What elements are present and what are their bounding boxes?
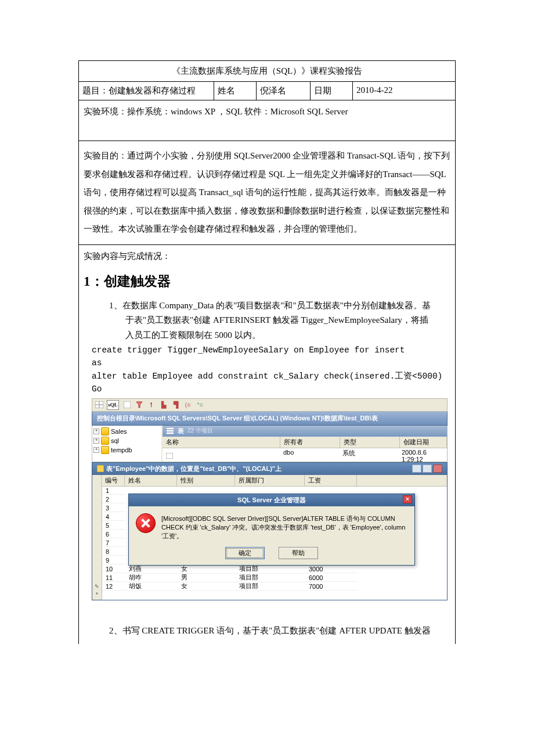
cell-id[interactable]: 6: [102, 531, 125, 538]
tree-node-tempdb[interactable]: +tempdb: [93, 445, 160, 455]
table-row[interactable]: ✎12胡饭女项目部7000: [92, 582, 447, 591]
row-header[interactable]: [92, 564, 102, 574]
env-cell: 实验环境：操作系统：windows XP ，SQL 软件：Microsoft S…: [79, 100, 456, 141]
row-header[interactable]: [92, 521, 102, 530]
cell-gender[interactable]: 男: [178, 573, 236, 582]
error-icon: [136, 513, 156, 533]
cell-salary[interactable]: 6000: [305, 574, 358, 582]
col-type[interactable]: 类型: [340, 437, 400, 448]
data-grid-title: 表"Employee"中的数据，位置是"test_DB"中、"(LOCAL)"上: [106, 465, 282, 473]
cell-name[interactable]: 刘燕: [125, 564, 178, 574]
maximize-button[interactable]: [423, 465, 432, 473]
database-icon: [101, 437, 109, 445]
row-header[interactable]: ✎: [92, 582, 102, 591]
svg-rect-5: [166, 427, 174, 434]
purpose-cell: 实验目的：通过两个小实验，分别使用 SQLServer2000 企业管理器和 T…: [79, 141, 456, 245]
cell-name[interactable]: 胡咋: [125, 573, 178, 582]
cell-id[interactable]: 9: [102, 557, 125, 564]
cell-id[interactable]: 12: [102, 583, 125, 591]
list-row[interactable]: dbo 系统 2000.8.6 1:29:12: [163, 448, 447, 462]
section-1-heading: 1：创建触发器: [84, 272, 450, 290]
item-1-l3: 入员工的工资额限制在 5000 以内。: [109, 328, 450, 343]
help-button[interactable]: 帮助: [279, 547, 318, 559]
explorer-body: +Sales +sql +tempdb 表 22 个项目 名称: [92, 426, 448, 462]
cell-gender[interactable]: 女: [178, 582, 236, 591]
cell-id[interactable]: 3: [102, 505, 125, 512]
dialog-buttons: 确定 帮助: [129, 543, 414, 565]
toolbar-sort-asc-icon[interactable]: ▙: [159, 401, 168, 409]
toolbar-sort-desc-icon[interactable]: ▜: [171, 401, 180, 409]
tree-node-sql[interactable]: +sql: [93, 436, 160, 445]
dialog-title-bar[interactable]: SQL Server 企业管理器 ×: [129, 494, 414, 506]
tree-node-sales[interactable]: +Sales: [93, 427, 160, 436]
cell-id[interactable]: 1: [102, 487, 125, 495]
cell-salary[interactable]: 7000: [305, 583, 358, 591]
minimize-button[interactable]: [412, 465, 421, 473]
dialog-close-button[interactable]: ×: [403, 495, 412, 503]
cell-name[interactable]: 胡饭: [125, 582, 178, 591]
content-label: 实验内容与完成情况：: [84, 251, 450, 262]
row-header[interactable]: [92, 503, 102, 513]
toolbar: sQL ! ▙ ▜ (≡ *≡: [92, 398, 448, 412]
cell-dept[interactable]: 项目部: [236, 582, 305, 591]
cell-salary[interactable]: 3000: [305, 566, 358, 573]
col-name[interactable]: 名称: [163, 437, 280, 448]
data-grid-title-bar[interactable]: 表"Employee"中的数据，位置是"test_DB"中、"(LOCAL)"上: [92, 463, 447, 475]
col-department[interactable]: 所属部门: [235, 475, 305, 486]
ok-button[interactable]: 确定: [225, 547, 265, 559]
new-row[interactable]: *: [92, 591, 447, 600]
toolbar-grid-icon[interactable]: [95, 401, 103, 409]
cell-id[interactable]: 7: [102, 539, 125, 547]
cell-id[interactable]: 10: [102, 566, 125, 573]
col-name[interactable]: 姓名: [125, 475, 177, 486]
svg-marker-4: [136, 402, 142, 408]
toolbar-filter-icon[interactable]: [135, 401, 143, 409]
sql-screenshot: sQL ! ▙ ▜ (≡ *≡ 控制台根目录\Microsoft SQL Ser…: [92, 398, 448, 600]
cell-id[interactable]: 11: [102, 574, 125, 582]
row-header[interactable]: *: [92, 591, 102, 600]
row-header[interactable]: [92, 547, 102, 556]
row-header[interactable]: [92, 512, 102, 521]
cell-id[interactable]: 8: [102, 548, 125, 556]
toolbar-outdent-icon[interactable]: *≡: [196, 401, 204, 409]
close-button[interactable]: [433, 465, 442, 473]
dialog-message: [Microsoft][ODBC SQL Server Driver][SQL …: [161, 513, 407, 541]
svg-rect-9: [97, 465, 104, 472]
cell-id[interactable]: 5: [102, 522, 125, 530]
cell-gender[interactable]: 女: [178, 564, 236, 574]
database-icon: [101, 427, 109, 435]
toolbar-run-icon[interactable]: !: [147, 401, 156, 409]
table-row[interactable]: 11胡咋男项目部6000: [92, 574, 447, 582]
table-icon: [166, 453, 173, 459]
col-salary[interactable]: 工资: [305, 475, 357, 486]
col-date[interactable]: 创建日期: [400, 437, 447, 448]
list-header-title: 表: [178, 427, 184, 435]
list-row-date: 2000.8.6 1:29:12: [398, 448, 447, 462]
row-header[interactable]: [92, 530, 102, 539]
cell-dept[interactable]: 项目部: [236, 573, 305, 582]
cell-dept[interactable]: 项目部: [236, 564, 305, 574]
toolbar-sql-icon[interactable]: sQL: [107, 400, 119, 410]
list-pane: 表 22 个项目 名称 所有者 类型 创建日期 dbo: [163, 426, 447, 462]
col-owner[interactable]: 所有者: [280, 437, 340, 448]
toolbar-window-icon[interactable]: [122, 401, 131, 409]
col-gender[interactable]: 性别: [177, 475, 235, 486]
database-icon: [101, 446, 109, 454]
cell-id[interactable]: 2: [102, 496, 125, 503]
col-id[interactable]: 编号: [102, 475, 125, 486]
cell-id[interactable]: 4: [102, 513, 125, 521]
breadcrumb-path: 控制台根目录\Microsoft SQL Servers\SQL Server …: [92, 412, 448, 426]
list-header-count: 22 个项目: [187, 427, 213, 435]
row-header[interactable]: [92, 495, 102, 504]
tree-pane[interactable]: +Sales +sql +tempdb: [92, 426, 163, 462]
row-header[interactable]: [92, 556, 102, 565]
data-grid-window: 表"Employee"中的数据，位置是"test_DB"中、"(LOCAL)"上…: [92, 462, 448, 600]
table-row[interactable]: 10刘燕女项目部3000: [92, 565, 447, 574]
row-header[interactable]: [92, 486, 102, 495]
toolbar-indent-icon[interactable]: (≡: [183, 401, 192, 409]
row-header[interactable]: [92, 538, 102, 548]
tree-node-label: sql: [111, 437, 119, 444]
row-header[interactable]: [92, 573, 102, 582]
topic-cell: 题目：创建触发器和存储过程: [79, 82, 214, 100]
report-title: 《主流数据库系统与应用（SQL）》课程实验报告: [79, 61, 456, 82]
